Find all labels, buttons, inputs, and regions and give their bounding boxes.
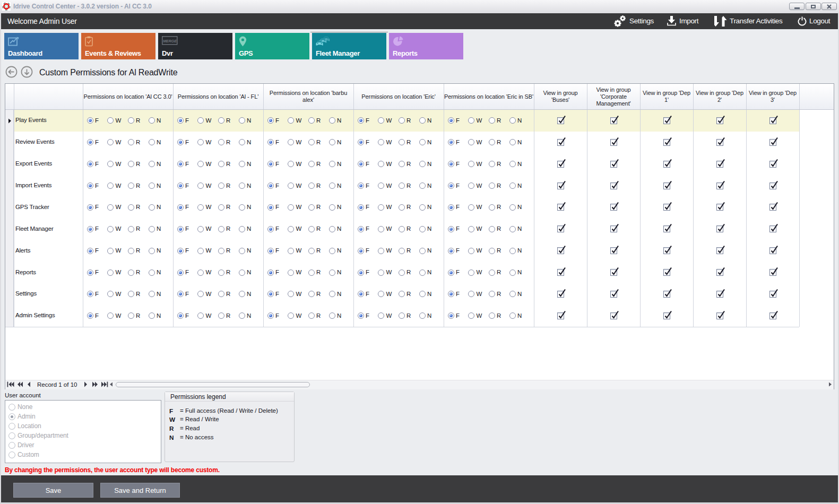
svg-text:MERGE: MERGE	[163, 39, 177, 43]
